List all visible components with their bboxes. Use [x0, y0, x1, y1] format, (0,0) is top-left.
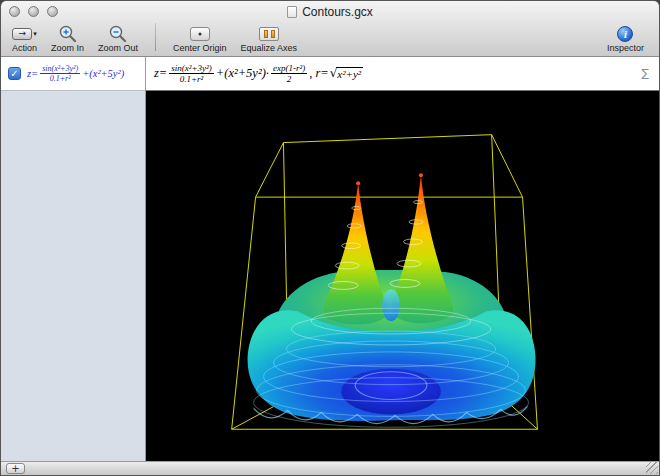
zoom-out-label: Zoom Out — [98, 43, 138, 53]
chevron-down-icon: ▾ — [33, 30, 37, 38]
equation-list-background — [1, 91, 145, 461]
action-button[interactable]: →▾ Action — [5, 25, 44, 53]
summation-menu-icon[interactable]: ∑ — [640, 67, 651, 80]
zoom-out-icon — [108, 25, 128, 42]
zoom-in-button[interactable]: Zoom In — [44, 25, 91, 53]
equation-lhs: z= — [27, 68, 38, 79]
center-origin-button[interactable]: Center Origin — [166, 25, 234, 53]
titlebar[interactable]: Contours.gcx — [1, 1, 659, 23]
checkmark-icon: ✓ — [10, 69, 18, 79]
zoom-out-button[interactable]: Zoom Out — [91, 25, 145, 53]
equation-fraction-1: sin(x²+3y²) 0.1+r² — [169, 63, 213, 85]
bottom-bar: + — [1, 461, 659, 475]
zoom-window-button[interactable] — [47, 6, 58, 17]
action-arrow-icon: → — [18, 29, 26, 38]
equation-tail: +(x²+5y²) — [82, 68, 124, 79]
equalize-axes-button[interactable]: Equalize Axes — [234, 25, 305, 53]
main-pane: z= sin(x²+3y²) 0.1+r² +(x²+5y²)· exp(1-r… — [146, 57, 659, 461]
equation-fraction-2: exp(1-r²) 2 — [271, 63, 307, 85]
inspector-button[interactable]: i Inspector — [600, 25, 651, 53]
action-icon: →▾ — [12, 25, 37, 42]
inspector-icon: i — [617, 25, 633, 42]
equation-list-item[interactable]: ✓ z= sin(x²+3y²) 0.1+r² +(x²+5y²) — [1, 57, 145, 91]
equation-mid: +(x²+5y²)· — [216, 66, 269, 81]
zoom-in-label: Zoom In — [51, 43, 84, 53]
traffic-lights — [9, 6, 58, 17]
surface-plot-canvas[interactable] — [146, 91, 659, 461]
grapher-window: Contours.gcx →▾ Action Z — [0, 0, 660, 476]
content-area: ✓ z= sin(x²+3y²) 0.1+r² +(x²+5y²) z= — [1, 57, 659, 461]
main-equation: z= sin(x²+3y²) 0.1+r² +(x²+5y²)· exp(1-r… — [154, 63, 363, 85]
toolbar: →▾ Action Zoom In — [1, 23, 659, 56]
plot-area[interactable] — [146, 91, 659, 461]
action-label: Action — [12, 43, 37, 53]
zoom-in-icon — [58, 25, 78, 42]
window-title: Contours.gcx — [287, 5, 373, 19]
equation-sqrt: √ x²+y² — [330, 67, 363, 80]
document-icon — [287, 6, 297, 18]
window-chrome: Contours.gcx →▾ Action Z — [1, 1, 659, 57]
equation-tail: , r= — [309, 66, 329, 81]
equalize-axes-label: Equalize Axes — [241, 43, 298, 53]
center-origin-label: Center Origin — [173, 43, 227, 53]
window-title-text: Contours.gcx — [302, 5, 373, 19]
center-origin-icon — [190, 25, 210, 42]
equalize-axes-icon — [259, 25, 279, 42]
equation-visibility-checkbox[interactable]: ✓ — [8, 67, 21, 80]
equation-list-sidebar: ✓ z= sin(x²+3y²) 0.1+r² +(x²+5y²) — [1, 57, 146, 461]
equation-lhs: z= — [154, 66, 167, 81]
equation-bar[interactable]: z= sin(x²+3y²) 0.1+r² +(x²+5y²)· exp(1-r… — [146, 57, 659, 91]
sidebar-equation: z= sin(x²+3y²) 0.1+r² +(x²+5y²) — [27, 64, 124, 83]
close-button[interactable] — [9, 6, 20, 17]
add-equation-button[interactable]: + — [6, 463, 25, 474]
resize-grip[interactable] — [646, 462, 658, 474]
inspector-label: Inspector — [607, 43, 644, 53]
equation-fraction: sin(x²+3y²) 0.1+r² — [40, 64, 80, 83]
toolbar-separator — [155, 23, 156, 51]
minimize-button[interactable] — [28, 6, 39, 17]
